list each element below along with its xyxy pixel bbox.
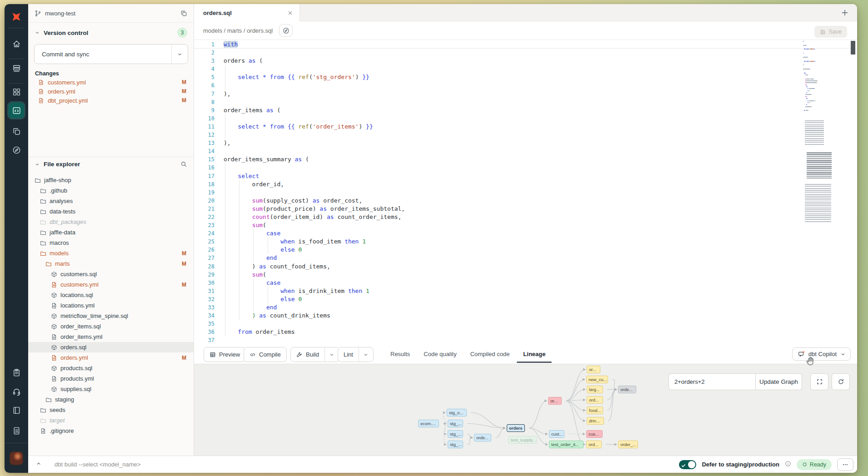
defer-toggle[interactable]	[679, 460, 696, 469]
tree-item-jaffle-shop[interactable]: jaffle-shop	[28, 175, 194, 185]
code-line-24[interactable]: 24 case	[194, 229, 857, 238]
search-icon[interactable]	[180, 161, 187, 168]
tree-item-customers.sql[interactable]: customers.sql	[28, 269, 194, 279]
fullscreen-button[interactable]	[810, 373, 828, 390]
version-control-header[interactable]: Version control 3	[35, 28, 187, 38]
compile-button[interactable]: Compile	[244, 347, 287, 362]
lineage-node-test_order_it[interactable]: test_order_it...	[549, 441, 584, 448]
open-docs-compass-icon[interactable]	[279, 24, 293, 37]
code-line-27[interactable]: 27 end	[194, 254, 857, 262]
file-explorer-header[interactable]: File explorer	[35, 161, 187, 168]
copy-icon[interactable]	[180, 10, 187, 17]
tree-item-target[interactable]: target	[28, 415, 194, 426]
tree-item-jaffle-data[interactable]: jaffle-data	[28, 227, 194, 238]
rail-item-home[interactable]	[5, 36, 28, 51]
lineage-node-stg_[interactable]: stg_...	[448, 420, 463, 427]
changed-file-dbt_project.yml[interactable]: dbt_project.ymlM	[28, 96, 194, 105]
lineage-selector-input[interactable]	[668, 373, 755, 390]
tree-item-marts[interactable]: martsM	[28, 258, 194, 269]
code-line-28[interactable]: 28 ) as count_food_items,	[194, 263, 857, 271]
lineage-node-orde[interactable]: orde...	[474, 434, 491, 441]
code-line-4[interactable]: 4	[194, 65, 857, 73]
tree-item-order_items.yml[interactable]: order_items.yml	[28, 332, 194, 342]
tree-item-supplies.sql[interactable]: supplies.sql	[28, 384, 194, 394]
code-line-21[interactable]: 21 sum(product_price) as order_items_sub…	[194, 205, 857, 213]
update-graph-button[interactable]: Update Graph	[755, 373, 802, 390]
tree-item-products.sql[interactable]: products.sql	[28, 363, 194, 373]
rail-item-kiosk-terminal[interactable]	[5, 423, 28, 438]
info-icon[interactable]	[785, 461, 791, 469]
code-line-2[interactable]: 2	[194, 49, 857, 57]
lineage-node-ord[interactable]: ord...	[586, 441, 602, 448]
minimap[interactable]	[803, 41, 835, 295]
rail-item-projects-copy[interactable]	[5, 124, 28, 139]
rail-item-orchestration-compass[interactable]	[5, 142, 28, 158]
tab-lineage[interactable]: Lineage	[523, 343, 545, 364]
tree-item-models[interactable]: modelsM	[28, 248, 194, 258]
code-line-29[interactable]: 29 sum(	[194, 271, 857, 279]
tree-item-macros[interactable]: macros	[28, 238, 194, 248]
changed-file-orders.yml[interactable]: orders.ymlM	[28, 87, 194, 96]
preview-button[interactable]: Preview	[204, 347, 246, 362]
code-line-23[interactable]: 23 sum(	[194, 221, 857, 229]
code-line-5[interactable]: 5 select * from {{ ref('stg_orders') }}	[194, 73, 857, 81]
tree-item-staging[interactable]: staging	[28, 394, 194, 405]
build-button[interactable]: Build	[290, 347, 339, 362]
rail-item-headset-support[interactable]	[5, 384, 28, 399]
lineage-node-order_[interactable]: order_...	[618, 441, 638, 448]
tree-item-.gitignore[interactable]: .gitignore	[28, 426, 194, 436]
code-line-15[interactable]: 15order_items_summary as (	[194, 155, 857, 164]
lineage-node-or[interactable]: or...	[587, 366, 600, 373]
tree-item-analyses[interactable]: analyses	[28, 196, 194, 206]
code-line-33[interactable]: 33 end	[194, 303, 857, 312]
rail-item-dbt-logo[interactable]	[5, 9, 28, 25]
code-line-12[interactable]: 12	[194, 131, 857, 139]
code-line-22[interactable]: 22 count(order_item_id) as count_order_i…	[194, 213, 857, 221]
lineage-node-larg[interactable]: larg...	[587, 386, 603, 393]
code-line-3[interactable]: 3orders as (	[194, 57, 857, 65]
tree-item-products.yml[interactable]: products.yml	[28, 373, 194, 384]
code-line-37[interactable]: 37	[194, 336, 857, 343]
code-line-16[interactable]: 16	[194, 164, 857, 172]
editor-scrollbar-thumb[interactable]	[851, 41, 855, 55]
lineage-node-test_supply[interactable]: test_supply...	[509, 436, 537, 444]
lineage-node-food[interactable]: food...	[587, 407, 603, 414]
lineage-node-ord[interactable]: ord...	[587, 396, 603, 404]
code-line-19[interactable]: 19	[194, 188, 857, 197]
code-line-7[interactable]: 7),	[194, 90, 857, 98]
avatar[interactable]	[10, 451, 23, 465]
lineage-node-drin[interactable]: drin...	[587, 417, 604, 425]
code-line-17[interactable]: 17 select	[194, 172, 857, 180]
code-line-31[interactable]: 31 when is_drink_item then 1	[194, 287, 857, 295]
tree-item-metricflow_time_spine.sql[interactable]: metricflow_time_spine.sql	[28, 311, 194, 321]
lineage-node-stg_[interactable]: stg_...	[448, 430, 463, 438]
command-input[interactable]: dbt build --select <model_name>	[55, 461, 679, 468]
code-line-14[interactable]: 14	[194, 147, 857, 155]
lineage-node-stg_o[interactable]: stg_o...	[447, 409, 467, 416]
code-line-20[interactable]: 20 sum(supply_cost) as order_cost,	[194, 197, 857, 205]
code-line-18[interactable]: 18 order_id,	[194, 180, 857, 188]
lineage-node-cust[interactable]: cust...	[549, 430, 564, 438]
lineage-node-orders[interactable]: orders	[507, 424, 525, 432]
rail-item-apps-grid[interactable]	[5, 84, 28, 99]
code-line-34[interactable]: 34 ) as count_drink_items	[194, 312, 857, 320]
code-line-36[interactable]: 36 from order_items	[194, 328, 857, 336]
code-line-26[interactable]: 26 else 0	[194, 246, 857, 254]
new-tab-plus-icon[interactable]	[841, 9, 849, 17]
code-line-13[interactable]: 13),	[194, 139, 857, 147]
more-options-button[interactable]	[837, 458, 853, 471]
lint-button[interactable]: Lint	[338, 347, 374, 362]
lineage-node-ecom[interactable]: ecom....	[418, 420, 439, 427]
rail-item-jobs-stack[interactable]	[5, 60, 28, 76]
tree-item-orders.sql[interactable]: orders.sql	[28, 342, 194, 352]
lineage-node-cus[interactable]: cus...	[586, 430, 603, 438]
tree-item-customers.yml[interactable]: customers.ymlM	[28, 279, 194, 290]
save-button[interactable]: Save	[814, 26, 848, 38]
lineage-node-new_cu[interactable]: new_cu...	[586, 376, 608, 383]
tree-item-orders.yml[interactable]: orders.ymlM	[28, 352, 194, 363]
tab-compiled-code[interactable]: Compiled code	[470, 343, 510, 364]
code-line-6[interactable]: 6	[194, 81, 857, 89]
tab-results[interactable]: Results	[390, 343, 410, 364]
tab-code-quality[interactable]: Code quality	[424, 343, 456, 364]
refresh-button[interactable]	[832, 373, 850, 390]
